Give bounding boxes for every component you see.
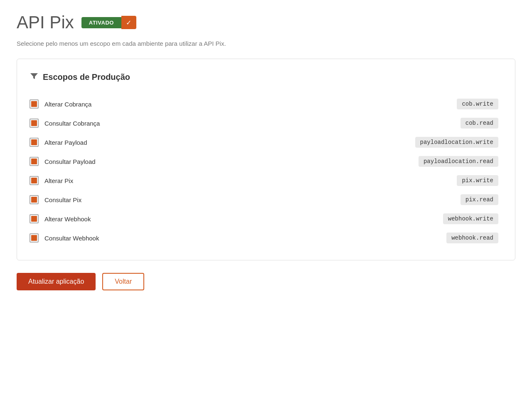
scope-checkbox-inner (31, 101, 37, 107)
scope-label-1: Consultar Cobrança (44, 120, 100, 127)
scope-row: Alterar Webhook webhook.write (30, 209, 498, 228)
scope-checkbox-inner (31, 120, 37, 126)
scope-tag-1: cob.read (461, 118, 498, 129)
scopes-card: Escopos de Produção Alterar Cobrança cob… (17, 59, 515, 260)
filter-icon (30, 72, 39, 83)
update-button[interactable]: Atualizar aplicação (17, 273, 96, 290)
scope-checkbox-inner (31, 235, 37, 241)
scope-label-6: Alterar Webhook (44, 215, 91, 223)
page-header: API Pix ATIVADO ✓ (17, 12, 515, 32)
scope-tag-3: payloadlocation.read (419, 156, 498, 167)
scope-tag-2: payloadlocation.write (415, 137, 498, 148)
scope-row: Consultar Cobrança cob.read (30, 114, 498, 133)
scope-checkbox-inner (31, 139, 37, 145)
scope-tag-6: webhook.write (443, 213, 498, 224)
scope-row: Alterar Pix pix.write (30, 171, 498, 190)
scope-checkbox-3[interactable] (30, 157, 39, 166)
scope-row-left: Consultar Pix (30, 195, 81, 204)
check-icon: ✓ (126, 19, 131, 27)
scope-label-0: Alterar Cobrança (44, 101, 91, 108)
scope-row: Consultar Pix pix.read (30, 190, 498, 209)
scope-row-left: Consultar Cobrança (30, 119, 100, 128)
scope-checkbox-inner (31, 216, 37, 222)
status-badge-container: ATIVADO ✓ (81, 16, 136, 29)
status-check-button[interactable]: ✓ (121, 16, 136, 29)
scope-row-left: Consultar Webhook (30, 233, 99, 243)
scope-checkbox-2[interactable] (30, 138, 39, 147)
scope-row-left: Consultar Payload (30, 157, 96, 166)
scope-row-left: Alterar Pix (30, 176, 73, 185)
scope-row-left: Alterar Cobrança (30, 99, 91, 109)
scope-checkbox-7[interactable] (30, 233, 39, 243)
scope-checkbox-5[interactable] (30, 195, 39, 204)
scopes-card-header: Escopos de Produção (30, 72, 498, 83)
scopes-list: Alterar Cobrança cob.write Consultar Cob… (30, 94, 498, 248)
scope-checkbox-0[interactable] (30, 99, 39, 109)
scope-row: Alterar Payload payloadlocation.write (30, 133, 498, 152)
footer-buttons: Atualizar aplicação Voltar (17, 273, 515, 290)
page-title: API Pix (17, 12, 74, 32)
scope-checkbox-4[interactable] (30, 176, 39, 185)
scope-tag-5: pix.read (461, 194, 498, 205)
scope-row: Consultar Webhook webhook.read (30, 228, 498, 248)
status-badge: ATIVADO (81, 17, 121, 28)
scope-row-left: Alterar Webhook (30, 214, 91, 223)
scope-label-4: Alterar Pix (44, 177, 73, 184)
scope-checkbox-inner (31, 158, 37, 164)
scope-checkbox-1[interactable] (30, 119, 39, 128)
scope-checkbox-inner (31, 197, 37, 203)
scope-tag-7: webhook.read (446, 233, 498, 243)
scope-tag-4: pix.write (457, 175, 498, 186)
scope-checkbox-inner (31, 178, 37, 183)
back-button[interactable]: Voltar (102, 273, 144, 290)
scope-label-7: Consultar Webhook (44, 235, 99, 242)
subtitle-text: Selecione pelo menos um escopo em cada a… (17, 40, 515, 47)
scope-label-5: Consultar Pix (44, 196, 81, 203)
scope-row-left: Alterar Payload (30, 138, 87, 147)
scope-label-2: Alterar Payload (44, 139, 87, 146)
scope-tag-0: cob.write (457, 99, 498, 109)
scope-row: Consultar Payload payloadlocation.read (30, 152, 498, 171)
scope-label-3: Consultar Payload (44, 158, 96, 165)
scope-checkbox-6[interactable] (30, 214, 39, 223)
scope-row: Alterar Cobrança cob.write (30, 94, 498, 114)
scopes-section-title: Escopos de Produção (43, 72, 130, 82)
